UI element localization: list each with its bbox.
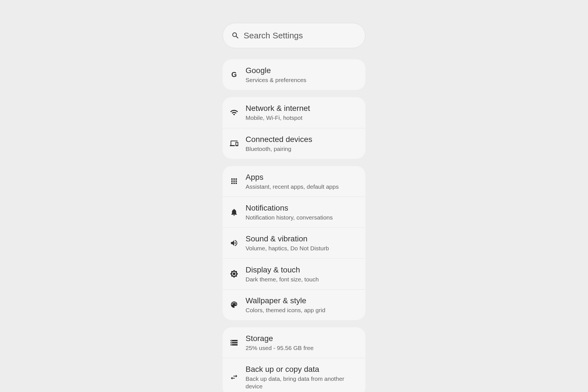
row-title: Apps bbox=[246, 172, 339, 182]
bell-icon bbox=[229, 207, 239, 217]
settings-row-google[interactable]: G Google Services & preferences bbox=[223, 59, 365, 90]
row-subtitle: 25% used - 95.56 GB free bbox=[246, 344, 314, 352]
row-subtitle: Bluetooth, pairing bbox=[246, 145, 312, 153]
settings-row-apps[interactable]: Apps Assistant, recent apps, default app… bbox=[223, 166, 365, 197]
row-subtitle: Dark theme, font size, touch bbox=[246, 276, 319, 283]
row-title: Wallpaper & style bbox=[246, 296, 325, 305]
row-subtitle: Notification history, conversations bbox=[246, 214, 333, 221]
storage-icon bbox=[229, 338, 239, 347]
palette-icon bbox=[229, 300, 239, 309]
settings-group-1: Network & internet Mobile, Wi-Fi, hotspo… bbox=[223, 97, 365, 159]
brightness-icon bbox=[229, 269, 239, 279]
svg-text:G: G bbox=[231, 71, 237, 78]
row-title: Google bbox=[246, 66, 306, 75]
devices-icon bbox=[229, 139, 239, 148]
search-placeholder: Search Settings bbox=[244, 31, 303, 40]
volume-icon bbox=[229, 238, 239, 248]
settings-row-network[interactable]: Network & internet Mobile, Wi-Fi, hotspo… bbox=[223, 97, 365, 128]
swap-icon bbox=[229, 372, 239, 382]
row-subtitle: Back up data, bring data from another de… bbox=[246, 375, 359, 390]
settings-row-connected[interactable]: Connected devices Bluetooth, pairing bbox=[223, 128, 365, 159]
google-icon: G bbox=[229, 70, 239, 80]
search-settings-field[interactable]: Search Settings bbox=[223, 23, 365, 48]
settings-row-sound[interactable]: Sound & vibration Volume, haptics, Do No… bbox=[223, 227, 365, 258]
wifi-icon bbox=[229, 108, 239, 117]
row-title: Sound & vibration bbox=[246, 234, 329, 244]
settings-row-display[interactable]: Display & touch Dark theme, font size, t… bbox=[223, 258, 365, 289]
settings-group-2: Apps Assistant, recent apps, default app… bbox=[223, 166, 365, 320]
row-title: Back up or copy data bbox=[246, 364, 359, 374]
settings-row-wallpaper[interactable]: Wallpaper & style Colors, themed icons, … bbox=[223, 289, 365, 320]
row-title: Storage bbox=[246, 333, 314, 343]
settings-group-0: G Google Services & preferences bbox=[223, 59, 365, 90]
search-icon bbox=[231, 31, 240, 40]
settings-row-storage[interactable]: Storage 25% used - 95.56 GB free bbox=[223, 327, 365, 358]
row-subtitle: Colors, themed icons, app grid bbox=[246, 307, 325, 314]
row-subtitle: Assistant, recent apps, default apps bbox=[246, 183, 339, 190]
row-title: Connected devices bbox=[246, 134, 312, 144]
row-title: Notifications bbox=[246, 203, 333, 213]
row-title: Display & touch bbox=[246, 265, 319, 275]
settings-row-notifications[interactable]: Notifications Notification history, conv… bbox=[223, 197, 365, 227]
settings-row-backup[interactable]: Back up or copy data Back up data, bring… bbox=[223, 358, 365, 392]
row-subtitle: Mobile, Wi-Fi, hotspot bbox=[246, 114, 310, 122]
row-title: Network & internet bbox=[246, 103, 310, 113]
row-subtitle: Services & preferences bbox=[246, 76, 306, 84]
apps-icon bbox=[229, 176, 239, 186]
settings-screen: Search Settings G Google Services & pref… bbox=[223, 0, 365, 392]
settings-group-3: Storage 25% used - 95.56 GB free Back up… bbox=[223, 327, 365, 392]
row-subtitle: Volume, haptics, Do Not Disturb bbox=[246, 245, 329, 252]
